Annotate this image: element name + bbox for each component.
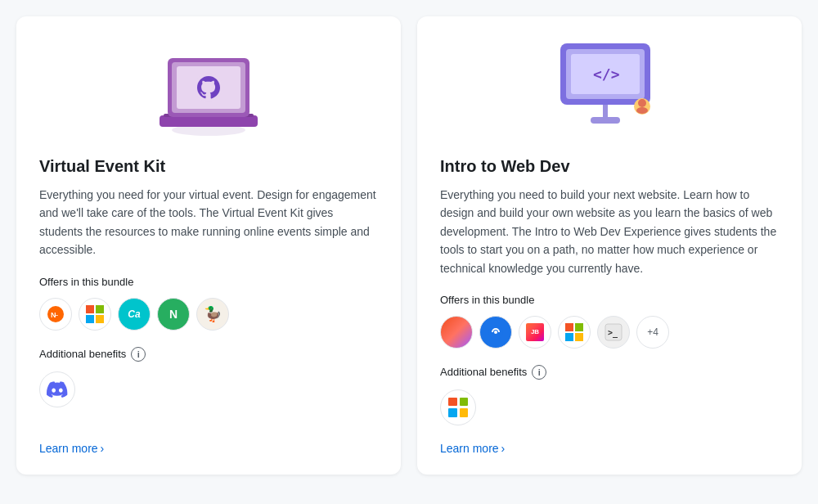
codacy-icon xyxy=(479,316,512,349)
card-virtual-event-kit: Virtual Event Kit Everything you need fo… xyxy=(16,16,401,475)
figma-icon xyxy=(440,316,473,349)
svg-text:</>: </> xyxy=(593,65,620,83)
benefit-icons-2 xyxy=(440,389,779,425)
plus-more-icon: +4 xyxy=(636,316,669,349)
svg-point-20 xyxy=(494,331,497,334)
benefit-icons xyxy=(39,371,378,407)
bundle-icons: N~ Ca N 🦆 xyxy=(39,298,378,331)
card-description-2: Everything you need to build your next w… xyxy=(440,186,779,277)
card-description: Everything you need for your virtual eve… xyxy=(39,186,378,259)
info-icon[interactable]: i xyxy=(131,347,146,362)
cards-container: Virtual Event Kit Everything you need fo… xyxy=(16,16,802,475)
duck-icon: 🦆 xyxy=(196,298,229,331)
terminal-icon: >_ xyxy=(597,316,630,349)
learn-more-link-2[interactable]: Learn more › xyxy=(440,442,779,455)
svg-rect-1 xyxy=(160,115,258,127)
microsoft-icon-2 xyxy=(558,316,591,349)
microsoft-benefit-icon xyxy=(440,389,476,425)
svg-point-17 xyxy=(638,99,646,107)
laptop-illustration xyxy=(147,42,270,136)
bundle-icons-2: JB >_ +4 xyxy=(440,316,779,349)
svg-text:~: ~ xyxy=(55,313,58,318)
svg-text:>_: >_ xyxy=(608,328,618,338)
canva-icon: Ca xyxy=(118,298,151,331)
card-title: Virtual Event Kit xyxy=(39,157,378,176)
notion-icon: N xyxy=(157,298,190,331)
discord-benefit-icon xyxy=(39,371,75,407)
card-image-2: </> xyxy=(440,39,779,137)
learn-more-link[interactable]: Learn more › xyxy=(39,442,378,455)
monitor-illustration: </> xyxy=(556,39,663,137)
svg-rect-15 xyxy=(591,117,620,124)
bundle-label-2: Offers in this bundle xyxy=(440,294,779,306)
bundle-label: Offers in this bundle xyxy=(39,276,378,288)
card-intro-web-dev: </> Intro to Web Dev Everything you need… xyxy=(417,16,802,475)
jetbrains-icon: JB xyxy=(519,316,551,349)
benefits-label: Additional benefits i xyxy=(39,347,378,362)
svg-point-18 xyxy=(636,107,648,114)
microsoft-icon xyxy=(79,298,111,331)
card-title-2: Intro to Web Dev xyxy=(440,157,779,176)
namecheap-icon: N~ xyxy=(39,298,72,331)
card-image xyxy=(39,39,378,137)
benefits-label-2: Additional benefits i xyxy=(440,365,779,380)
info-icon-2[interactable]: i xyxy=(532,365,546,380)
